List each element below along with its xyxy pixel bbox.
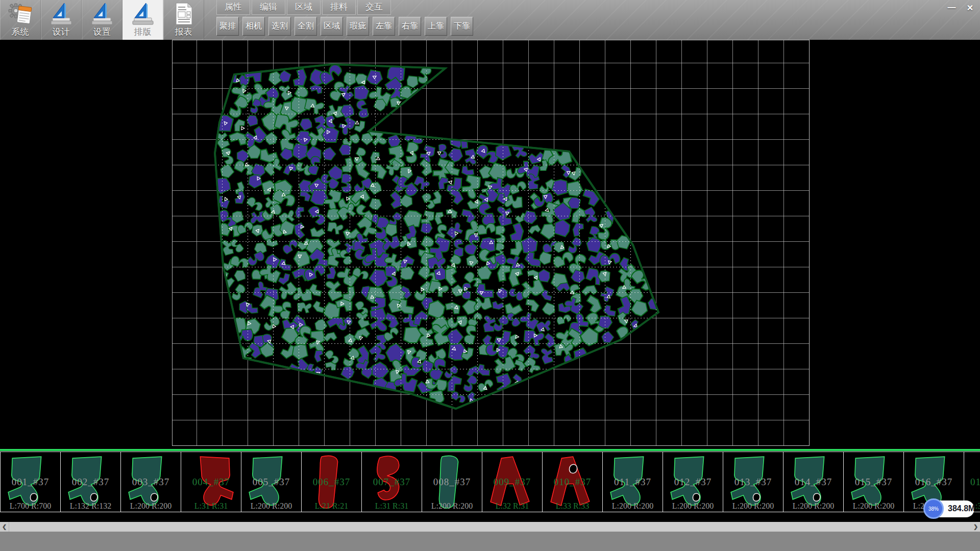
main-button-bar: 系统设计设置排版报表 <box>0 0 204 40</box>
piece-thumbnail-strip: 001_#37L:700 R:700002_#37L:132 R:132003_… <box>0 449 980 512</box>
action-button-2[interactable]: 相机 <box>242 17 265 36</box>
action-button-6[interactable]: 瑕疵 <box>347 17 369 36</box>
piece-shape <box>543 452 602 512</box>
main-button-label: 系统 <box>12 27 29 37</box>
nesting-icon <box>130 2 156 27</box>
action-button-3[interactable]: 选割 <box>268 17 291 36</box>
piece-shape <box>302 452 361 512</box>
piece-thumbnail-2[interactable]: 002_#37L:132 R:132 <box>60 452 121 512</box>
nesting-canvas-svg[interactable] <box>0 40 980 451</box>
action-button-5[interactable]: 区域 <box>321 17 343 36</box>
settings-icon <box>89 2 115 27</box>
main-button-label: 排版 <box>134 27 152 37</box>
system-icon <box>7 2 34 27</box>
main-button-2[interactable]: 设计 <box>41 0 82 40</box>
piece-thumbnail-15[interactable]: 015_#37L:200 R:200 <box>843 452 904 512</box>
memory-badge: 38% 384.8M <box>925 500 974 517</box>
report-icon <box>170 2 197 27</box>
piece-thumbnail-6[interactable]: 006_#37L:21 R:21 <box>301 452 362 512</box>
piece-shape <box>844 452 903 512</box>
piece-thumbnail-13[interactable]: 013_#37L:200 R:200 <box>723 452 783 512</box>
main-button-1[interactable]: 系统 <box>0 0 41 40</box>
menu-tab-3[interactable]: 区域 <box>287 0 321 15</box>
piece-thumbnail-10[interactable]: 010_#37L:33 R:33 <box>542 452 603 512</box>
menu-tab-4[interactable]: 排料 <box>322 0 356 15</box>
action-button-7[interactable]: 左靠 <box>373 17 395 36</box>
action-button-8[interactable]: 右靠 <box>399 17 421 36</box>
main-button-label: 设计 <box>53 27 70 37</box>
action-button-4[interactable]: 全割 <box>295 17 317 36</box>
window-controls: — ✕ <box>945 2 977 13</box>
piece-shape <box>181 452 241 512</box>
action-button-1[interactable]: 聚排 <box>216 17 239 36</box>
main-button-4[interactable]: 排版 <box>122 0 163 40</box>
close-button[interactable]: ✕ <box>963 2 977 13</box>
piece-thumbnail-12[interactable]: 012_#37L:200 R:200 <box>663 452 723 512</box>
piece-thumbnail-7[interactable]: 007_#37L:31 R:31 <box>361 452 422 512</box>
piece-shape <box>121 452 181 512</box>
action-button-bar: 聚排相机选割全割区域瑕疵左靠右靠上靠下靠 <box>216 17 473 36</box>
piece-shape <box>603 452 663 512</box>
main-button-5[interactable]: 报表 <box>163 0 204 40</box>
action-button-9[interactable]: 上靠 <box>425 17 447 36</box>
piece-thumbnail-8[interactable]: 008_#37L:200 R:200 <box>422 452 482 512</box>
main-button-3[interactable]: 设置 <box>82 0 122 40</box>
menu-tab-1[interactable]: 属性 <box>216 0 250 15</box>
memory-value: 384.8M <box>948 504 975 513</box>
progress-circle: 38% <box>923 498 944 519</box>
menu-tab-2[interactable]: 编辑 <box>252 0 285 15</box>
nesting-canvas[interactable] <box>0 40 980 451</box>
design-icon <box>48 2 75 27</box>
piece-shape <box>422 452 482 512</box>
horizontal-scrollbar[interactable]: ❮ ❯ <box>0 522 980 532</box>
main-button-label: 设置 <box>93 27 111 37</box>
piece-thumbnail-3[interactable]: 003_#37L:200 R:200 <box>120 452 181 512</box>
piece-thumbnail-cells: 001_#37L:700 R:700002_#37L:132 R:132003_… <box>0 452 980 512</box>
menu-tab-5[interactable]: 交互 <box>357 0 391 15</box>
scroll-left-arrow-icon[interactable]: ❮ <box>0 522 9 532</box>
piece-shape <box>482 452 542 512</box>
piece-shape <box>1 452 60 512</box>
piece-thumbnail-11[interactable]: 011_#37L:200 R:200 <box>602 452 663 512</box>
strip-top-line <box>0 449 980 451</box>
action-button-10[interactable]: 下靠 <box>451 17 473 36</box>
main-button-label: 报表 <box>175 27 192 37</box>
scroll-right-arrow-icon[interactable]: ❯ <box>971 522 980 532</box>
piece-shape <box>61 452 120 512</box>
piece-shape <box>362 452 422 512</box>
piece-thumbnail-9[interactable]: 009_#37L:32 R:31 <box>482 452 543 512</box>
menu-tab-bar: 属性编辑区域排料交互 <box>216 0 391 15</box>
piece-thumbnail-14[interactable]: 014_#37L:200 R:200 <box>783 452 844 512</box>
piece-shape <box>723 452 783 512</box>
piece-shape <box>783 452 843 512</box>
piece-shape <box>663 452 723 512</box>
piece-thumbnail-1[interactable]: 001_#37L:700 R:700 <box>0 452 61 512</box>
piece-thumbnail-5[interactable]: 005_#37L:200 R:200 <box>241 452 302 512</box>
piece-thumbnail-4[interactable]: 004_#37L:31 R:31 <box>181 452 241 512</box>
piece-shape <box>241 452 301 512</box>
toolbar: 系统设计设置排版报表 属性编辑区域排料交互 聚排相机选割全割区域瑕疵左靠右靠上靠… <box>0 0 980 40</box>
status-bar <box>0 532 980 551</box>
minimize-button[interactable]: — <box>945 2 959 13</box>
